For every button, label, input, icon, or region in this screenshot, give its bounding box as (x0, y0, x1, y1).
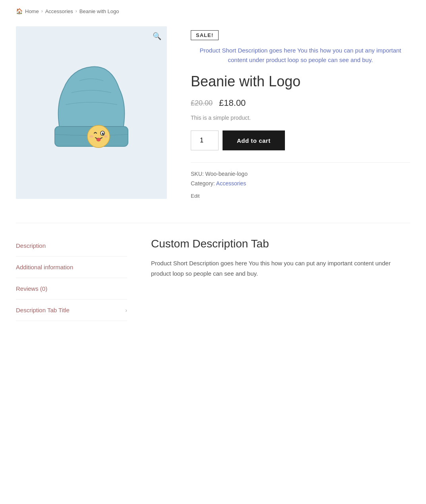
quantity-input[interactable] (191, 130, 219, 150)
category-label: Category: (191, 180, 215, 187)
tab-content-title: Custom Description Tab (151, 237, 410, 250)
tabs-nav: Description Additional information Revie… (16, 235, 127, 321)
tab-description-label: Description (16, 242, 46, 249)
breadcrumb-current: Beanie with Logo (79, 8, 119, 14)
breadcrumb: 🏠 Home › Accessories › Beanie with Logo (16, 8, 410, 14)
svg-point-5 (103, 133, 104, 134)
tab-content-body: Product Short Description goes here You … (151, 258, 410, 278)
product-note: This is a simple product. (191, 115, 410, 121)
product-image (40, 57, 143, 168)
category-value[interactable]: Accessories (216, 180, 246, 187)
zoom-icon[interactable]: 🔍 (153, 32, 161, 41)
tab-reviews[interactable]: Reviews (0) (16, 278, 127, 300)
sku-value: Woo-beanie-logo (205, 171, 248, 177)
svg-point-7 (89, 135, 93, 138)
home-icon: 🏠 (16, 8, 23, 14)
product-section: 🔍 (16, 26, 410, 199)
breadcrumb-sep-2: › (76, 8, 77, 14)
tab-reviews-label: Reviews (0) (16, 285, 47, 292)
svg-point-6 (97, 138, 101, 141)
breadcrumb-accessories[interactable]: Accessories (45, 8, 73, 14)
product-image-wrap: 🔍 (16, 26, 167, 199)
tabs-section: Description Additional information Revie… (16, 223, 410, 321)
price-new: £18.00 (219, 98, 246, 108)
add-to-cart-row: Add to cart (191, 130, 410, 150)
page-wrapper: 🏠 Home › Accessories › Beanie with Logo … (0, 0, 426, 329)
price-old: £20.00 (191, 99, 213, 107)
sale-badge: SALE! (191, 30, 219, 40)
breadcrumb-sep-1: › (41, 8, 43, 14)
product-details: SALE! Product Short Description goes her… (191, 26, 410, 199)
tab-description-title-label: Description Tab Title (16, 307, 70, 313)
sku-line: SKU: Woo-beanie-logo (191, 171, 410, 177)
tab-additional-info-label: Additional information (16, 264, 73, 270)
price-wrap: £20.00 £18.00 (191, 98, 410, 108)
sku-label: SKU: (191, 171, 204, 177)
edit-link[interactable]: Edit (191, 193, 199, 199)
tab-description[interactable]: Description (16, 235, 127, 257)
add-to-cart-button[interactable]: Add to cart (223, 130, 285, 150)
product-title: Beanie with Logo (191, 73, 410, 90)
product-meta: SKU: Woo-beanie-logo Category: Accessori… (191, 162, 410, 187)
category-line: Category: Accessories (191, 180, 410, 187)
tab-additional-info[interactable]: Additional information (16, 257, 127, 278)
tab-content-area: Custom Description Tab Product Short Des… (151, 235, 410, 321)
tab-description-title[interactable]: Description Tab Title › (16, 300, 127, 321)
product-short-description: Product Short Description goes here You … (191, 46, 410, 65)
chevron-right-icon: › (125, 307, 127, 313)
svg-point-8 (104, 135, 108, 138)
breadcrumb-home[interactable]: Home (25, 8, 39, 14)
